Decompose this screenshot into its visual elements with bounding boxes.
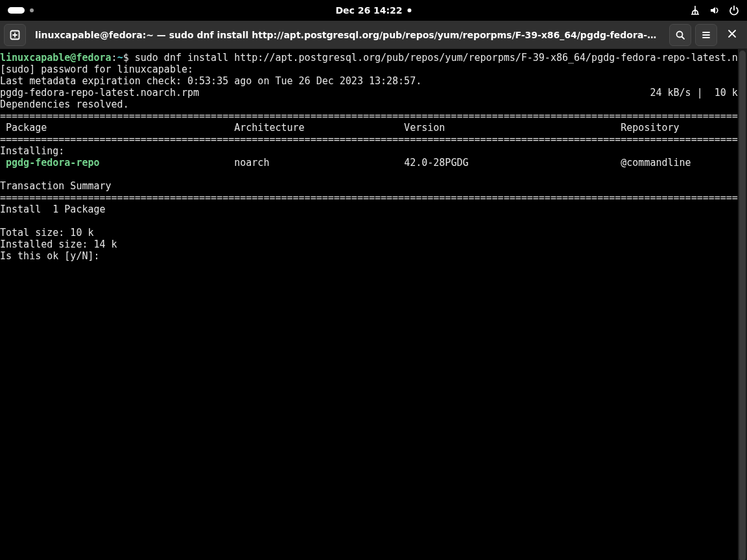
prompt-path: ~ — [117, 52, 123, 64]
header-line: Package Architecture Version Repository … — [0, 122, 738, 134]
search-icon — [675, 30, 685, 40]
blank-line — [0, 169, 738, 180]
activities-pill-icon — [8, 7, 25, 14]
clock-area[interactable]: Dec 26 14:22 — [335, 5, 411, 16]
rule-line: ========================================… — [0, 192, 738, 204]
gnome-top-bar: Dec 26 14:22 — [0, 0, 747, 21]
workspace-dot-icon — [30, 8, 34, 12]
sudo-prompt-line: [sudo] password for linuxcapable: — [0, 64, 738, 75]
rule-line: ========================================… — [0, 110, 738, 122]
tx-summary-line: Transaction Summary — [0, 180, 738, 192]
search-button[interactable] — [669, 24, 691, 46]
terminal-scrollbar[interactable] — [738, 49, 747, 560]
metadata-line: Last metadata expiration check: 0:53:35 … — [0, 75, 738, 87]
prompt-dollar: $ — [123, 52, 135, 64]
system-status-area[interactable] — [690, 5, 739, 16]
volume-icon — [709, 5, 720, 16]
install-count-line: Install 1 Package — [0, 204, 738, 215]
scrollbar-thumb[interactable] — [739, 51, 746, 560]
package-details: noarch 42.0-28PGDG @commandline 10 k — [100, 157, 738, 169]
window-title: linuxcapable@fedora:~ — sudo dnf install… — [30, 30, 665, 40]
prompt-user: linuxcapable@fedora — [0, 52, 112, 64]
notification-dot-icon — [408, 8, 412, 12]
terminal-output[interactable]: linuxcapable@fedora:~$ sudo dnf install … — [0, 49, 738, 560]
rule-line: ========================================… — [0, 134, 738, 145]
command-text: sudo dnf install http://apt.postgresql.o… — [135, 52, 738, 64]
activities-area[interactable] — [8, 7, 34, 14]
menu-button[interactable] — [695, 24, 717, 46]
total-size-line: Total size: 10 k — [0, 227, 738, 239]
close-icon — [728, 29, 737, 41]
terminal-viewport: linuxcapable@fedora:~$ sudo dnf install … — [0, 49, 747, 560]
deps-line: Dependencies resolved. — [0, 99, 738, 110]
new-tab-button[interactable] — [4, 24, 26, 46]
terminal-titlebar: linuxcapable@fedora:~ — sudo dnf install… — [0, 21, 747, 49]
blank-line — [0, 215, 738, 227]
package-name: pgdg-fedora-repo — [0, 157, 100, 169]
installing-line: Installing: — [0, 145, 738, 157]
installed-size-line: Installed size: 14 k — [0, 239, 738, 250]
download-line: pgdg-fedora-repo-latest.noarch.rpm 24 kB… — [0, 87, 738, 99]
confirm-prompt-line: Is this ok [y/N]: — [0, 250, 738, 262]
close-button[interactable] — [721, 24, 743, 46]
network-icon — [690, 5, 700, 16]
prompt-sep: : — [112, 52, 117, 64]
plus-icon — [10, 30, 20, 40]
power-icon — [729, 5, 739, 16]
hamburger-icon — [701, 30, 711, 40]
datetime-label: Dec 26 14:22 — [335, 5, 402, 16]
